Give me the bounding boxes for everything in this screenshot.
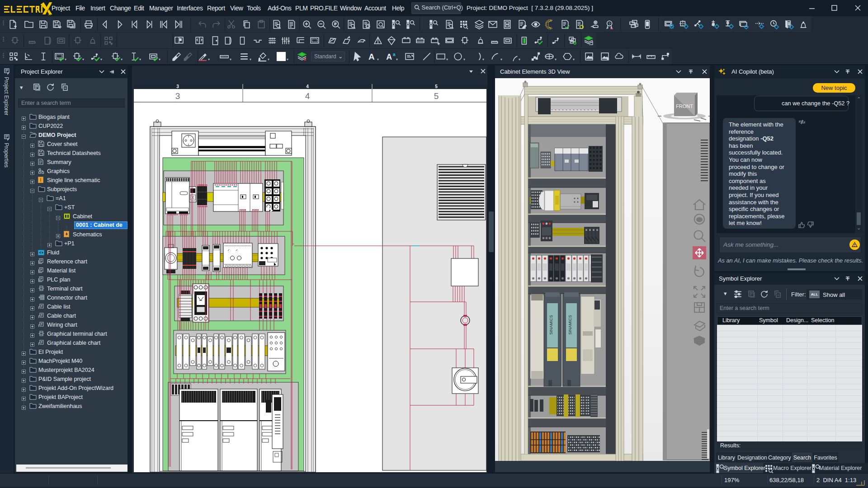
svg-text:AI: AI bbox=[48, 13, 51, 15]
svg-text:4: 4 bbox=[306, 84, 309, 89]
svg-text:3: 3 bbox=[175, 91, 180, 101]
svg-text:SINAMICS: SINAMICS bbox=[568, 315, 572, 335]
svg-text:A: A bbox=[386, 52, 392, 61]
svg-text:A: A bbox=[368, 52, 375, 61]
svg-text:5: 5 bbox=[434, 91, 439, 101]
svg-text:SINAMICS: SINAMICS bbox=[549, 315, 553, 335]
svg-text:3: 3 bbox=[176, 84, 179, 89]
svg-text:FRONT: FRONT bbox=[676, 103, 693, 109]
svg-text:5: 5 bbox=[435, 84, 438, 89]
svg-text:a: a bbox=[393, 52, 396, 57]
svg-text:4: 4 bbox=[305, 91, 310, 101]
svg-text:?: ? bbox=[609, 22, 611, 26]
